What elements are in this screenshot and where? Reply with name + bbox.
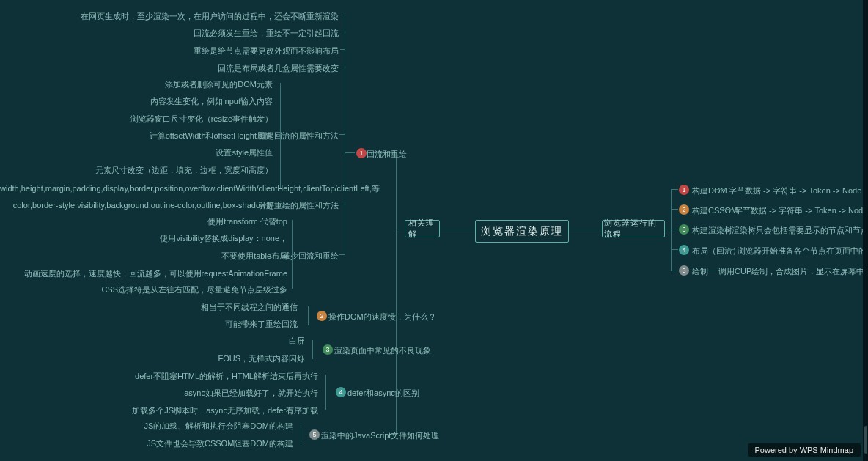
leaf-text: 使用visibility替换成display：none， [0, 233, 287, 244]
connector [665, 229, 671, 229]
node-build-dom[interactable]: 构建DOM [692, 185, 727, 196]
leaf-text: CSS选择符是从左往右匹配，尽量避免节点层级过多 [0, 284, 287, 295]
connector [396, 229, 405, 229]
connector [280, 83, 281, 188]
connector [339, 254, 345, 255]
node-build-render-tree[interactable]: 构建渲染树 [692, 225, 732, 236]
leaf-text: 调用CUP绘制，合成图片，显示在屏幕中 [718, 266, 864, 277]
leaf-text: 设置style属性值 [0, 147, 273, 158]
badge-2: 2 [317, 311, 327, 321]
connector [301, 425, 301, 444]
connector [671, 270, 678, 270]
connector [277, 204, 284, 204]
leaf-text: FOUS，无样式内容闪烁 [0, 353, 305, 364]
leaf-text: async如果已经加载好了，就开始执行 [0, 388, 318, 399]
connector [340, 49, 345, 50]
connector [340, 15, 345, 15]
node-js-handling[interactable]: 渲染中的JavaScript文件如何处理 [321, 430, 439, 441]
connector [569, 229, 602, 229]
connector [292, 220, 293, 289]
root-node[interactable]: 浏览器渲染原理 [475, 220, 569, 243]
scrollbar-thumb[interactable] [864, 426, 867, 454]
badge-3: 3 [679, 224, 689, 235]
leaf-text: defer不阻塞HTML的解析，HTML解析结束后再执行 [0, 371, 318, 382]
connector [339, 204, 345, 204]
connector [308, 306, 309, 325]
node-dom-slow[interactable]: 操作DOM的速度慢，为什么？ [328, 311, 436, 322]
node-layout[interactable]: 布局（回流） [692, 246, 740, 257]
leaf-text: 字节数据 -> 字符串 -> Token -> Node -> CSSOM [735, 205, 868, 216]
root-label: 浏览器渲染原理 [481, 225, 563, 238]
node-paint[interactable]: 绘制 [692, 266, 708, 277]
connector [326, 375, 326, 410]
leaf-text: 可能带来了重绘回流 [0, 319, 298, 330]
node-reflow-repaint[interactable]: 回流和重绘 [367, 149, 407, 160]
leaf-text: 重绘是给节点需要更改外观而不影响布局 [0, 45, 339, 56]
connector [724, 249, 735, 250]
node-label: 浏览器运行的流程 [604, 218, 663, 240]
leaf-text: 渲染树只会包括需要显示的节点和节点的样式 [732, 225, 868, 236]
leaf-text: width,height,margin,padding,display,bord… [0, 183, 273, 194]
connector [671, 229, 678, 229]
leaf-text: color,border-style,visibility,background… [0, 200, 274, 211]
badge-1: 1 [679, 185, 689, 195]
connector [671, 249, 678, 250]
leaf-text: 相当于不同线程之间的通信 [0, 302, 298, 313]
connector [340, 32, 345, 32]
connector [345, 15, 345, 255]
leaf-text: JS文件也会导致CSSOM阻塞DOM的构建 [0, 438, 293, 449]
leaf-text: 使用transform 代替top [0, 216, 287, 227]
leaf-text: 添加或者删除可见的DOM元素 [0, 79, 273, 90]
leaf-text: 回流是布局或者几盒属性需要改变 [0, 63, 339, 74]
connector [705, 270, 716, 270]
node-right-l2[interactable]: 浏览器运行的流程 [602, 220, 665, 237]
badge-5: 5 [679, 265, 689, 276]
connector [292, 254, 299, 255]
node-bad-phenomena[interactable]: 渲染页面中常见的不良现象 [334, 345, 431, 356]
leaf-text: 浏览器窗口尺寸变化（resize事件触发） [0, 114, 273, 125]
node-defer-async[interactable]: defer和async的区别 [347, 388, 419, 399]
badge-4: 4 [336, 387, 346, 397]
connector [312, 340, 313, 359]
node-build-cssom[interactable]: 构建CSSOM [692, 205, 738, 216]
connector [671, 189, 672, 271]
connector [345, 152, 355, 153]
connector [671, 189, 678, 190]
connector [671, 209, 678, 210]
leaf-text: 白屏 [0, 336, 305, 347]
node-left-l2[interactable]: 相关理解 [405, 220, 440, 237]
leaf-text: 字节数据 -> 字符串 -> Token -> Node -> DOM [729, 185, 868, 196]
connector [718, 229, 729, 229]
leaf-text: 内容发生变化，例如input输入内容 [0, 96, 273, 107]
leaf-text: JS的加载、解析和执行会阻塞DOM的构建 [0, 421, 293, 432]
connector [721, 209, 732, 210]
connector [716, 189, 726, 190]
badge-2: 2 [679, 204, 689, 215]
leaf-text: 不要使用table布局 [0, 251, 287, 262]
leaf-text: 在网页生成时，至少渲染一次，在用户访问的过程中，还会不断重新渲染 [0, 11, 339, 22]
leaf-text: 元素尺寸改变（边距，填充，边框，宽度和高度） [0, 165, 273, 176]
node-label: 相关理解 [408, 218, 436, 240]
footer-watermark: Powered by WPS Mindmap [748, 443, 861, 457]
leaf-text: 浏览器开始准备各个节点在页面中的准确位置和大小 [738, 246, 868, 257]
badge-4: 4 [679, 245, 689, 255]
connector [340, 67, 345, 67]
leaf-text: 动画速度的选择，速度越快，回流越多，可以使用requestAnimationFr… [0, 268, 287, 279]
badge-1: 1 [356, 148, 367, 158]
badge-5: 5 [309, 429, 320, 440]
right-gutter [863, 0, 868, 461]
connector [280, 134, 286, 135]
connector [339, 134, 345, 135]
connector [440, 229, 475, 229]
badge-3: 3 [323, 344, 333, 355]
leaf-text: 加载多个JS脚本时，async无序加载，defer有序加载 [0, 405, 318, 416]
mindmap-canvas[interactable]: 浏览器渲染原理 相关理解 浏览器运行的流程 1 构建DOM 字节数据 -> 字符… [0, 0, 868, 461]
leaf-text: 回流必须发生重绘，重绘不一定引起回流 [0, 28, 339, 39]
leaf-text: 计算offsetWidth和offsetHeight属性 [0, 130, 273, 141]
